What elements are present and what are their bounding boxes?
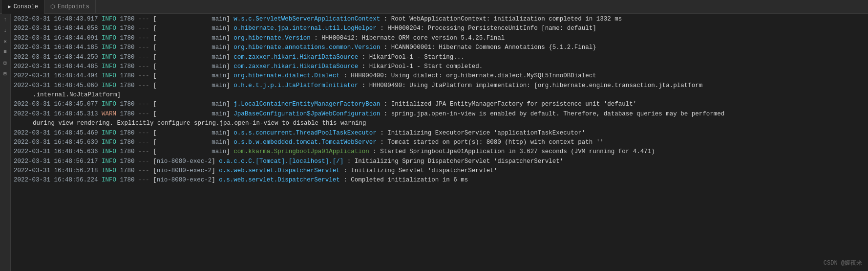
scroll-up-button[interactable]: ↑ <box>1 16 9 23</box>
tab-console-label: Console <box>14 3 38 10</box>
log-line: 2022-03-31 16:48:45.469 INFO 1780 --- [ … <box>11 129 868 138</box>
filter-button[interactable]: ≡ <box>1 48 9 56</box>
log-line: 2022-03-31 16:48:44.091 INFO 1780 --- [ … <box>11 34 868 43</box>
log-line: 2022-03-31 16:48:44.058 INFO 1780 --- [ … <box>11 24 868 33</box>
log-line: 2022-03-31 16:48:43.917 INFO 1780 --- [ … <box>11 15 868 24</box>
clear-button[interactable]: ✕ <box>1 37 9 45</box>
watermark: CSDN @媛夜来 <box>824 259 862 267</box>
expand-button[interactable]: ⊞ <box>1 59 9 67</box>
tab-endpoints[interactable]: ⬡ Endpoints <box>44 0 96 14</box>
log-line: 2022-03-31 16:48:45.313 WARN 1780 --- [ … <box>11 110 868 119</box>
log-line: 2022-03-31 16:48:44.494 INFO 1780 --- [ … <box>11 71 868 81</box>
tab-bar: ▶ Console ⬡ Endpoints <box>0 0 868 14</box>
log-line: 2022-03-31 16:48:45.060 INFO 1780 --- [ … <box>11 81 868 90</box>
tab-console[interactable]: ▶ Console <box>2 0 44 14</box>
log-line: 2022-03-31 16:48:44.185 INFO 1780 --- [ … <box>11 43 868 52</box>
log-line: 2022-03-31 16:48:56.217 INFO 1780 --- [ … <box>11 157 868 166</box>
collapse-button[interactable]: ⊟ <box>1 69 9 77</box>
tab-endpoints-label: Endpoints <box>58 3 89 10</box>
console-area: ↑ ↓ ✕ ≡ ⊞ ⊟ 2022-03-31 16:48:43.917 INFO… <box>0 14 868 271</box>
log-continuation: .internal.NoJtaPlatform] <box>11 90 868 100</box>
log-container[interactable]: 2022-03-31 16:48:43.917 INFO 1780 --- [ … <box>11 14 868 271</box>
log-line: 2022-03-31 16:48:44.485 INFO 1780 --- [ … <box>11 62 868 71</box>
log-line: 2022-03-31 16:48:45.630 INFO 1780 --- [ … <box>11 138 868 147</box>
console-icon: ▶ <box>8 3 11 10</box>
log-line: 2022-03-31 16:48:56.218 INFO 1780 --- [ … <box>11 166 868 176</box>
endpoints-icon: ⬡ <box>50 3 55 10</box>
sidebar-controls: ↑ ↓ ✕ ≡ ⊞ ⊟ <box>0 14 11 271</box>
log-continuation: during view rendering. Explicitly config… <box>11 119 868 128</box>
scroll-down-button[interactable]: ↓ <box>1 26 9 34</box>
log-line: 2022-03-31 16:48:56.224 INFO 1780 --- [ … <box>11 176 868 185</box>
log-line: 2022-03-31 16:48:45.636 INFO 1780 --- [ … <box>11 147 868 157</box>
log-line: 2022-03-31 16:48:45.077 INFO 1780 --- [ … <box>11 100 868 109</box>
log-line: 2022-03-31 16:48:44.250 INFO 1780 --- [ … <box>11 53 868 62</box>
